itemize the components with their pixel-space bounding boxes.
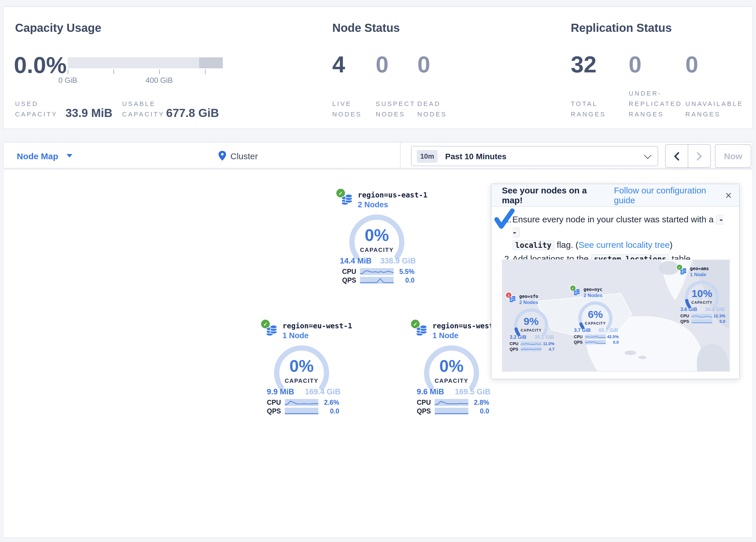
dead-nodes-value: 0	[417, 53, 430, 76]
locality-setup-popup: See your nodes on a map! Follow our conf…	[491, 183, 740, 379]
toolbar-divider	[400, 142, 401, 168]
nodes-link[interactable]: 1 Node	[690, 272, 706, 278]
database-icon	[340, 193, 354, 207]
qps-value: 0.0	[468, 407, 495, 414]
capacity-percent: 0%	[408, 357, 495, 376]
region-card-us-east-1[interactable]: ✓ region=us-east-1 2 Nodes 0% CAPACITY 1…	[333, 189, 420, 284]
locality-label: geo=nyc	[583, 287, 602, 292]
nodes-link[interactable]: 2 Nodes	[358, 200, 388, 209]
nodes-link[interactable]: 2 Nodes	[519, 300, 538, 305]
bar-tick	[68, 69, 68, 74]
cpu-value: 11.0%	[541, 341, 558, 346]
cpu-label: CPU	[568, 335, 585, 339]
configuration-guide-link[interactable]: Follow our configuration guide	[614, 185, 725, 205]
view-selector-dropdown[interactable]: Node Map	[17, 142, 72, 169]
under-replicated-value: 0	[629, 53, 642, 76]
node-map-page: Capacity Usage 0.0% 0 GiB 400 GiB USED C…	[0, 0, 756, 542]
step-text: flag. (	[554, 240, 578, 249]
cpu-sparkline	[360, 268, 394, 275]
qps-sparkline	[435, 407, 468, 414]
used-capacity: 14.4 MiB	[335, 256, 377, 265]
qps-label: QPS	[408, 407, 435, 414]
region-card-eu-west-1[interactable]: ✓ region=eu-west-1 1 Node 0% CAPACITY 9.…	[258, 320, 345, 415]
time-range-select[interactable]: 10m Past 10 Minutes	[411, 146, 658, 166]
capacity-word: CAPACITY	[408, 378, 495, 384]
cpu-value: 2.6%	[318, 399, 345, 406]
total-ranges-value: 32	[571, 53, 597, 76]
breadcrumb-cluster[interactable]: Cluster	[218, 142, 258, 169]
capacity-percent: 0%	[333, 226, 420, 245]
bar-tick-label: 400 GiB	[146, 76, 173, 84]
view-selector-label: Node Map	[17, 151, 58, 161]
map-marker-geo-sfo[interactable]: 1 geo=sfo 2 Nodes 9% CAPACITY	[504, 293, 558, 352]
map-marker-geo-nyc[interactable]: ✓ geo=nyc 2 Nodes 6% CAPACITY	[568, 286, 623, 345]
close-icon[interactable]: ×	[725, 190, 732, 201]
locality-label: geo=ams	[690, 266, 709, 271]
qps-label: QPS	[258, 407, 285, 414]
qps-sparkline	[285, 407, 318, 414]
qps-sparkline	[585, 340, 605, 344]
region-card-us-west-1[interactable]: ✓ region=us-west-1 1 Node 0% CAPACITY 9.…	[408, 320, 495, 415]
cpu-label: CPU	[408, 399, 435, 406]
blue-checkmark-icon	[494, 208, 515, 229]
total-capacity: 169.5 GiB	[452, 387, 494, 396]
total-capacity: 169.4 GiB	[302, 387, 344, 396]
qps-value: 0.0	[394, 277, 420, 284]
live-nodes-label: LIVE NODES	[332, 98, 362, 119]
unavailable-ranges-value: 0	[685, 53, 698, 76]
qps-label: QPS	[504, 347, 520, 351]
popup-map: 1 geo=sfo 2 Nodes 9% CAPACITY	[502, 259, 730, 372]
cpu-sparkline	[435, 399, 468, 406]
prev-range-button[interactable]	[666, 145, 688, 167]
caret-down-icon	[66, 154, 72, 157]
capacity-word: CAPACITY	[504, 328, 558, 333]
used-capacity-label: USED CAPACITY	[15, 98, 58, 119]
time-range-label: Past 10 Minutes	[445, 151, 507, 161]
database-icon	[265, 324, 278, 338]
usable-capacity-value: 677.8 GiB	[166, 106, 219, 120]
next-arrow-icon	[695, 151, 703, 161]
qps-value: 0.0	[605, 340, 622, 344]
capacity-percent: 0%	[258, 357, 345, 376]
nodes-link[interactable]: 1 Node	[282, 331, 309, 340]
capacity-usage-percent: 0.0%	[14, 53, 67, 76]
qps-label: QPS	[675, 319, 691, 324]
under-replicated-label: UNDER- REPLICATED RANGES	[629, 88, 682, 119]
locality-label: region=us-east-1	[358, 190, 427, 199]
popup-step-1: 1.Ensure every node in your cluster was …	[491, 213, 730, 251]
nodes-link[interactable]: 1 Node	[432, 331, 458, 340]
locality-label: region=eu-west-1	[282, 322, 352, 330]
locality-tree-link[interactable]: See current locality tree	[579, 240, 670, 249]
total-capacity: 35.1 GiB	[531, 335, 557, 340]
cpu-sparkline	[691, 314, 712, 318]
dead-nodes-label: DEAD NODES	[417, 98, 447, 119]
suspect-nodes-value: 0	[376, 53, 389, 76]
step-text: )	[670, 240, 673, 249]
used-capacity: 9.6 MiB	[409, 387, 452, 396]
database-icon	[414, 324, 428, 338]
time-range-badge: 10m	[417, 150, 438, 162]
cpu-sparkline	[285, 399, 318, 406]
qps-sparkline	[360, 277, 394, 284]
bar-tick	[159, 69, 160, 74]
cpu-value: 5.5%	[394, 268, 420, 275]
total-capacity: 65.7 GiB	[595, 328, 621, 333]
cpu-label: CPU	[333, 268, 360, 275]
breadcrumb-label: Cluster	[230, 151, 258, 161]
database-icon	[572, 288, 581, 297]
nodes-link[interactable]: 2 Nodes	[583, 293, 602, 298]
qps-label: QPS	[568, 340, 585, 344]
cpu-value: 42.5%	[605, 335, 622, 339]
map-marker-geo-ams[interactable]: ✓ geo=ams 1 Node 10% CAPACITY	[675, 264, 729, 324]
now-button[interactable]: Now	[715, 144, 751, 168]
total-capacity: 34.4 GiB	[702, 307, 728, 312]
capacity-word: CAPACITY	[568, 322, 622, 326]
cpu-label: CPU	[258, 399, 285, 406]
next-range-button[interactable]	[688, 145, 710, 167]
code-chip: locality	[512, 240, 554, 250]
stats-panel: Capacity Usage 0.0% 0 GiB 400 GiB USED C…	[3, 6, 753, 129]
cpu-value: 2.8%	[468, 399, 495, 406]
node-status-title: Node Status	[332, 21, 400, 35]
locality-label: geo=sfo	[519, 294, 538, 299]
used-capacity: 3.2 GiB	[504, 335, 531, 340]
